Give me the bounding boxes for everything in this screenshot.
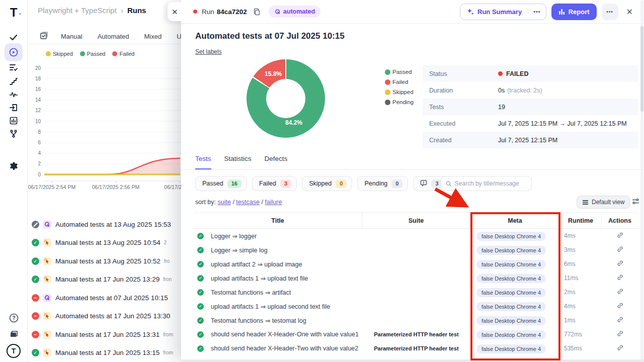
drawer-close-icon[interactable]: ✕ — [626, 7, 633, 17]
milestones-icon[interactable] — [9, 76, 19, 86]
run-list-item[interactable]: Automated tests at 13 Aug 2025 15:53 — [28, 215, 181, 234]
failed-dot-icon — [193, 10, 197, 14]
info-value: 19 — [498, 104, 505, 111]
plans-icon[interactable] — [9, 62, 19, 72]
svg-text:18: 18 — [35, 76, 41, 81]
horizontal-scrollbar[interactable] — [181, 359, 644, 362]
breadcrumb-project[interactable]: Playwright + TypeScript — [38, 6, 117, 15]
test-row[interactable]: ✓ Testomat functions ⇒ testomat log fals… — [194, 313, 638, 327]
test-suite: Parameterized HTTP header test — [362, 331, 470, 337]
run-status-icon: ✓ — [32, 276, 39, 283]
detail-tab-statistics[interactable]: Statistics — [224, 155, 252, 169]
run-summary-button[interactable]: Run Summary ••• — [460, 4, 546, 20]
meta-badge: false Desktop Chrome 4 — [476, 302, 546, 311]
run-status-icon: − — [32, 331, 39, 338]
tests-icon[interactable] — [9, 32, 19, 42]
test-row[interactable]: ✓ Logger ⇒ simple log false Desktop Chro… — [194, 243, 638, 257]
test-title: upload artifact 2 ⇒ upload image — [211, 260, 302, 268]
test-link-action[interactable] — [602, 330, 638, 339]
test-runtime: 11ms — [560, 275, 602, 282]
breadcrumb[interactable]: Playwright + TypeScript›Runs — [38, 6, 146, 15]
legend-dot — [385, 100, 390, 105]
more-actions-button[interactable]: ••• — [602, 4, 618, 20]
run-type-icon — [43, 348, 51, 357]
test-link-action[interactable] — [602, 344, 638, 353]
test-row[interactable]: ✓ should send header X-Header-Two with v… — [194, 341, 638, 355]
pending-filter-pill[interactable]: Pending 0 — [357, 176, 408, 191]
test-row[interactable]: ✓ should send header X-Header-One with v… — [194, 327, 638, 341]
copy-icon[interactable] — [253, 8, 261, 16]
activity-icon[interactable] — [9, 89, 19, 100]
view-settings-icon[interactable] — [632, 198, 639, 207]
runs-icon-active[interactable] — [5, 43, 23, 61]
test-link-action[interactable] — [602, 316, 638, 325]
runs-tab-manual[interactable]: Manual — [61, 33, 83, 40]
run-list-item[interactable]: ✓ Manual tests at 13 Aug 2025 10:54 2 — [28, 234, 181, 252]
automated-badge[interactable]: automated — [269, 6, 320, 18]
column-header-title[interactable]: Title — [194, 213, 362, 229]
test-row[interactable]: ✓ upload artifact 2 ⇒ upload image false… — [194, 257, 638, 271]
runs-tab-mixed[interactable]: Mixed — [144, 33, 162, 40]
user-avatar[interactable]: T — [7, 344, 21, 358]
settings-gear-icon[interactable] — [9, 161, 19, 171]
report-button[interactable]: Report — [551, 4, 597, 20]
app-logo[interactable]: T' — [6, 5, 21, 20]
filter-pill-label: Failed — [259, 180, 276, 187]
test-title: Testomat functions ⇒ artifact — [211, 289, 291, 296]
runs-tab-automated[interactable]: Automated — [98, 33, 129, 40]
test-link-action[interactable] — [602, 288, 638, 297]
failed-filter-pill[interactable]: Failed 3 — [252, 176, 297, 191]
select-runs-icon[interactable] — [40, 32, 48, 41]
column-header-meta[interactable]: Meta — [470, 213, 560, 229]
test-row[interactable]: ✓ upload artifacts 1 ⇒ upload text file … — [194, 271, 638, 285]
sort-testcase-link[interactable]: testcase — [236, 199, 260, 206]
svg-text:2: 2 — [38, 161, 41, 166]
search-input[interactable] — [455, 180, 527, 187]
reports-icon[interactable] — [9, 116, 19, 126]
column-header-actions[interactable]: Actions — [602, 213, 638, 229]
results-donut-chart: 15.8% 84.2% — [247, 59, 325, 138]
test-link-action[interactable] — [602, 259, 638, 268]
run-title: Manual tests at 17 Jun 2025 13:15 — [55, 349, 159, 356]
runs-tab-unfini[interactable]: Unfini — [177, 33, 181, 40]
test-row[interactable]: ✓ Logger ⇒ logger false Desktop Chrome 4… — [194, 229, 638, 243]
test-link-action[interactable] — [602, 245, 638, 254]
run-list-item[interactable]: − Automated tests at 07 Jul 2025 10:15 — [28, 289, 181, 307]
run-list-item[interactable]: − Automated tests at 17 Jun 2025 13:30 — [28, 307, 181, 326]
run-list-item[interactable]: ✓ Manual tests at 17 Jun 2025 13:15 from — [28, 344, 181, 362]
detail-tab-tests[interactable]: Tests — [195, 155, 211, 169]
svg-text:16: 16 — [35, 86, 41, 92]
passed-filter-pill[interactable]: Passed 16 — [195, 176, 247, 191]
sidebar: T' ? T — [0, 0, 28, 362]
test-link-action[interactable] — [602, 302, 638, 311]
search-box[interactable] — [441, 176, 532, 191]
branches-icon[interactable] — [9, 129, 19, 139]
run-type-icon — [43, 312, 51, 320]
test-title: upload artifacts 1 ⇒ upload text file — [211, 275, 308, 282]
sort-suite-link[interactable]: suite — [217, 199, 230, 206]
import-icon[interactable] — [9, 103, 19, 113]
test-row[interactable]: ✓ Testomat functions ⇒ artifact false De… — [194, 285, 638, 299]
run-list-item[interactable]: ✓ Manual tests at 17 Jun 2025 13:29 fron — [28, 270, 181, 289]
default-view-button[interactable]: Default view — [577, 196, 630, 209]
run-title: Automated tests at 07 Jul 2025 10:15 — [55, 294, 168, 302]
vertical-scrollbar-thumb[interactable] — [640, 26, 643, 112]
test-row[interactable]: ✓ upload artifacts 1 ⇒ upload second tex… — [194, 299, 638, 313]
column-header-runtime[interactable]: Runtime — [560, 213, 602, 229]
help-icon[interactable]: ? — [9, 313, 19, 323]
run-list-item[interactable]: ✓ Manual tests at 13 Aug 2025 10:52 fro — [28, 252, 181, 270]
skipped-filter-pill[interactable]: Skipped 0 — [302, 176, 352, 191]
sort-failure-link[interactable]: failure — [265, 199, 282, 206]
test-link-action[interactable] — [602, 274, 638, 283]
set-labels-link[interactable]: Set labels — [195, 48, 222, 55]
run-list-item[interactable]: − Manual tests at 17 Jun 2025 13:31 from — [28, 325, 181, 344]
detail-tab-defects[interactable]: Defects — [265, 155, 288, 169]
logo-letter: T — [10, 6, 18, 20]
docs-icon[interactable] — [9, 329, 19, 339]
svg-text:?: ? — [12, 315, 15, 321]
test-link-action[interactable] — [602, 231, 638, 240]
column-header-suite[interactable]: Suite — [362, 213, 470, 229]
filter-pill-count: 0 — [391, 179, 403, 188]
meta-badge: false Desktop Chrome 4 — [476, 288, 546, 297]
run-summary-more-button[interactable]: ••• — [528, 9, 546, 15]
